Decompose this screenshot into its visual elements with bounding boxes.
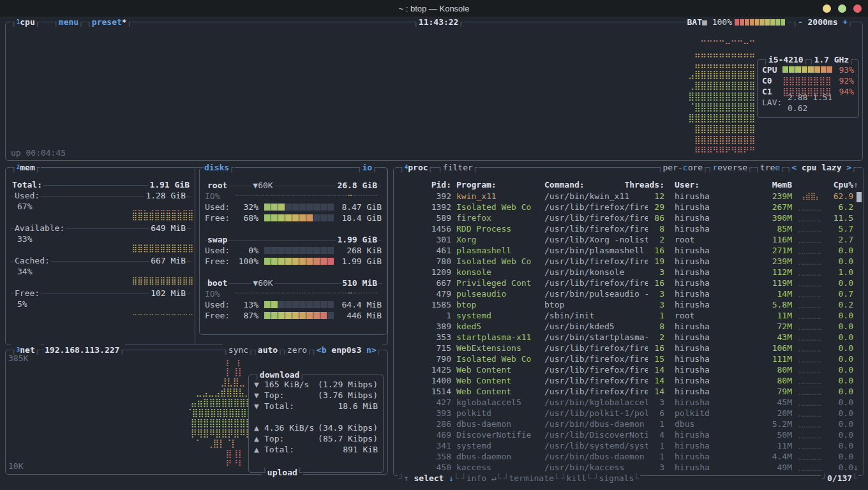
menu-button[interactable]: ┐menu┌ xyxy=(53,17,84,27)
proc-tree-toggle[interactable]: ┐tree┌ xyxy=(754,162,786,173)
percore-text: per- xyxy=(663,162,683,173)
signals-label: signals xyxy=(599,473,634,483)
net-graph-row: ⡇⢸⡇ xyxy=(186,367,258,377)
process-row[interactable]: 1456RDD Process/usr/lib/firefox/firefox … xyxy=(399,223,858,234)
cpu-tab[interactable]: ┐1cpu┌ xyxy=(11,17,41,27)
cpu-frequency-label: 1.7 GHz xyxy=(814,54,849,65)
select-action[interactable]: ┘↑ select ↓└ xyxy=(398,473,460,484)
process-row[interactable]: 469DiscoverNotifie/usr/lib/DiscoverNotif… xyxy=(399,429,858,440)
select-label: select xyxy=(414,473,444,483)
process-row[interactable]: 450kaccess/usr/bin/kaccess3hirusha49M⢀⣀⣀… xyxy=(399,462,858,473)
mem-tab[interactable]: ┐2mem┌ xyxy=(11,162,41,173)
process-row[interactable]: 1209konsole/usr/bin/konsole3hirusha112M⢀… xyxy=(399,267,858,278)
border-tick: ┐ xyxy=(11,17,17,27)
column-memb[interactable]: MemB xyxy=(726,179,792,190)
proc-scrollbar-thumb[interactable] xyxy=(857,192,862,202)
sort-mode-label: cpu lazy xyxy=(797,162,846,173)
sort-prev-button[interactable]: < xyxy=(791,162,797,173)
column-program[interactable]: Program: xyxy=(456,179,539,190)
cpu-total-row: CPU 93% xyxy=(758,64,858,75)
process-mem: 49M xyxy=(726,462,792,473)
process-pid: 286 xyxy=(399,419,451,429)
column-threads[interactable]: Threads: xyxy=(608,179,664,190)
process-row[interactable]: 1systemd/sbin/init1root11M⢀⣀⣀⣀⣀0.0 xyxy=(399,310,858,321)
process-row[interactable]: 667Privileged Cont/usr/lib/firefox/firef… xyxy=(399,278,858,288)
window-title: ~ : btop — Konsole xyxy=(399,3,470,14)
column-pid[interactable]: Pid: xyxy=(399,179,451,190)
process-row[interactable]: 389kded5/usr/bin/kded58hirusha72M⢀⣀⣀⣀⣀0.… xyxy=(399,321,858,332)
signals-action[interactable]: ┘signals└ xyxy=(593,473,640,484)
net-zero-toggle[interactable]: ┐zero┌ xyxy=(281,345,313,355)
maximize-button[interactable] xyxy=(838,4,846,13)
process-row[interactable]: 780Isolated Web Co/usr/lib/firefox/firef… xyxy=(399,256,858,267)
net-details-box: ┐download┌ ┘upload└ ▼165 KiB/s(1.29 Mibp… xyxy=(248,375,384,473)
process-command: /usr/lib/firefox/firefox -cont xyxy=(544,278,648,288)
process-cpu-graph: ⢀⣀⣀⣀⣀ xyxy=(796,212,828,223)
net-iface-next[interactable]: n> xyxy=(366,345,377,355)
disk-io-row: IO%⠒⠒⠒⠒⠒⠒⠒⠒⠒⠒⠒⠒⠒⠒⠒⠒⠒⠒⠒⠒⠒⠒⠒⠒⠒⠒⠒⠒ xyxy=(205,191,382,202)
sort-next-button[interactable]: > xyxy=(846,162,851,173)
column-user[interactable]: User: xyxy=(675,179,726,190)
process-row[interactable]: 341systemd/usr/lib/systemd/systemd --use… xyxy=(399,440,858,451)
disk-used-label: Used: xyxy=(205,202,234,212)
info-action[interactable]: ┘info ↵└ xyxy=(460,473,503,484)
process-row[interactable]: 479pulseaudio/usr/bin/pulseaudio --daemo… xyxy=(399,288,858,299)
process-row[interactable]: 589firefox/usr/lib/firefox/firefox86hiru… xyxy=(399,212,858,223)
process-command: /usr/lib/firefox/firefox -cont xyxy=(544,202,648,212)
process-cpu-graph: ⢀⣀⣀⣀⣀ xyxy=(796,408,828,419)
interval-increase-button[interactable]: + xyxy=(842,17,848,27)
process-pid: 353 xyxy=(399,332,451,343)
proc-filter-button[interactable]: ┐filter┌ xyxy=(437,162,479,173)
minimize-button[interactable] xyxy=(823,4,831,13)
disk-name: root xyxy=(206,180,228,191)
process-mem: 239M xyxy=(726,191,792,202)
process-row[interactable]: 427kglobalaccel5/usr/bin/kglobalaccel53h… xyxy=(399,397,858,408)
process-row[interactable]: 392kwin_x11/usr/bin/kwin_x1112hirusha239… xyxy=(399,191,858,202)
net-auto-toggle[interactable]: ┐auto┌ xyxy=(252,345,283,355)
meter-block xyxy=(306,312,313,319)
close-button[interactable] xyxy=(853,4,862,13)
column-cpu[interactable]: Cpu% xyxy=(828,179,853,190)
terminate-action[interactable]: ┘terminate└ xyxy=(503,473,560,484)
column-command[interactable]: Command: xyxy=(544,179,608,190)
interval-decrease-button[interactable]: - xyxy=(798,17,803,27)
selection-count: ┘0/137└ xyxy=(821,473,858,484)
process-row[interactable]: 358dbus-daemon/usr/bin/dbus-daemon --ses… xyxy=(399,451,858,462)
process-row[interactable]: 353startplasma-x11/usr/bin/startplasma-x… xyxy=(399,332,858,343)
process-name: kded5 xyxy=(456,321,539,332)
process-command: /usr/lib/firefox/firefox -cont xyxy=(544,343,648,353)
process-row[interactable]: 1585btopbtop3hirusha5.8M⢀⣀⣀⣀⣀0.2 xyxy=(399,299,858,310)
process-user: root xyxy=(675,234,726,245)
proc-tab[interactable]: ┐4proc┌ xyxy=(399,162,433,173)
net-detail-row: ▼Top:(3.76 Mibps) xyxy=(249,390,383,401)
meter-block xyxy=(306,258,313,265)
divider-line xyxy=(41,293,149,294)
process-row[interactable]: 393polkitd/usr/lib/polkit-1/polkitd --no… xyxy=(399,408,858,419)
net-detail-value: (1.29 Mibps) xyxy=(318,379,378,390)
process-row[interactable]: 1425Web Content/usr/lib/firefox/firefox … xyxy=(399,364,858,375)
border-tick: ┐ xyxy=(786,162,791,173)
kill-action[interactable]: ┘kill└ xyxy=(560,473,593,484)
process-threads: 29 xyxy=(648,202,664,212)
disks-io-toggle[interactable]: ┐io┌ xyxy=(357,162,378,173)
net-interface-selector[interactable]: ┐<b enp0s3 n>┌ xyxy=(311,345,382,355)
process-row[interactable]: 1514Web Content/usr/lib/firefox/firefox … xyxy=(399,386,858,397)
process-pid: 667 xyxy=(399,278,451,288)
process-row[interactable]: 301Xorg/usr/lib/Xorg -nolisten tcp -b2ro… xyxy=(399,234,858,245)
process-row[interactable]: 461plasmashell/usr/bin/plasmashell16hiru… xyxy=(399,245,858,256)
proc-percore-toggle[interactable]: ┐per-core┌ xyxy=(657,162,708,173)
net-iface-prev[interactable]: <b xyxy=(317,345,327,355)
proc-sort-selector[interactable]: ┐< cpu lazy >┌ xyxy=(786,162,857,173)
preset-button[interactable]: ┐preset*┌ xyxy=(86,17,132,27)
process-cpu-graph: ⢀⣀⣀⣀⣀ xyxy=(796,451,828,462)
net-sync-toggle[interactable]: ┐sync┌ xyxy=(223,345,254,355)
disk-free-label: Free: xyxy=(205,310,234,321)
process-row[interactable]: 715WebExtensions/usr/lib/firefox/firefox… xyxy=(399,343,858,353)
column-graph-spacer xyxy=(796,179,828,190)
process-row[interactable]: 790Isolated Web Co/usr/lib/firefox/firef… xyxy=(399,353,858,364)
process-row[interactable]: 1392Isolated Web Co/usr/lib/firefox/fire… xyxy=(399,202,858,212)
process-pid: 1425 xyxy=(399,364,451,375)
process-row[interactable]: 1400Web Content/usr/lib/firefox/firefox … xyxy=(399,375,858,386)
process-row[interactable]: 286dbus-daemon/usr/bin/dbus-daemon --sys… xyxy=(399,419,858,429)
proc-reverse-toggle[interactable]: ┐reverse┌ xyxy=(707,162,753,173)
